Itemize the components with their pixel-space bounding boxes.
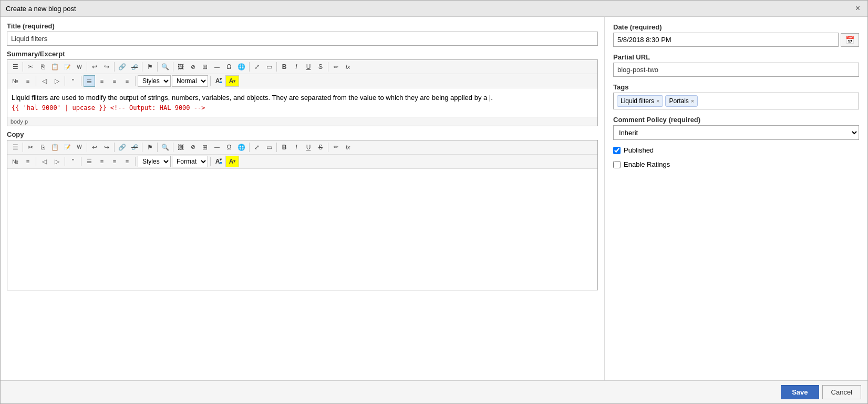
tb-flag[interactable]: ⚑ [144,61,156,73]
c-sep12 [81,157,81,166]
c-tb-increase-indent[interactable]: ▷ [51,156,63,167]
c-tb-align-center[interactable]: ≡ [96,156,108,167]
tb-align-justify[interactable]: ≡ [121,75,133,87]
tb-show-blocks[interactable]: ▭ [263,61,275,73]
c-tb-color[interactable]: ✏ [330,142,342,153]
tb-removeformat[interactable]: Ix [342,61,354,73]
date-input[interactable] [613,33,839,47]
c-tb-strike[interactable]: S [315,142,326,153]
tb-table[interactable]: ⊞ [199,61,211,73]
tb-increase-indent[interactable]: ▷ [51,75,63,87]
tb-smiley[interactable]: Ω [223,61,235,73]
tb-align-left[interactable]: ☰ [84,75,95,87]
tb-align-center[interactable]: ≡ [96,75,108,87]
c-tb-align-right[interactable]: ≡ [109,156,120,167]
tb-hline[interactable]: — [211,61,223,73]
tb-paste-word[interactable]: W [74,61,85,73]
copy-styles-select[interactable]: Styles [138,156,171,167]
sep7 [249,62,250,72]
c-tb-italic[interactable]: I [291,142,302,153]
c-tb-unlink[interactable]: 🔗 [129,142,140,153]
c-tb-image[interactable]: 🖼 [175,142,187,153]
tb-unlink[interactable]: 🔗 [129,61,140,73]
c-tb-bold[interactable]: B [278,142,290,153]
c-tb-find[interactable]: 🔍 [159,142,171,153]
c-tb-paste-word[interactable]: W [74,142,85,153]
tb-paste-text[interactable]: 📝 [61,61,73,73]
c-tb-source[interactable]: ☰ [9,142,21,153]
enable-ratings-checkbox[interactable] [613,161,621,168]
tag-remove-liquid-filters[interactable]: × [656,98,659,104]
tag-remove-portals[interactable]: × [691,98,694,104]
tb-underline[interactable]: U [303,61,314,73]
tb-maximize[interactable]: ⤢ [251,61,263,73]
c-sep9 [328,143,328,152]
published-checkbox[interactable] [613,147,621,154]
c-tb-copy[interactable]: ⎘ [37,142,48,153]
tb-find[interactable]: 🔍 [159,61,171,73]
tb-blockquote[interactable]: " [67,75,79,87]
tb-italic[interactable]: I [291,61,302,73]
tb-undo[interactable]: ↩ [89,61,100,73]
c-tb-decrease-indent[interactable]: ◁ [38,156,50,167]
summary-editor-content[interactable]: Liquid filters are used to modify the ou… [7,88,597,117]
tb-redo[interactable]: ↪ [101,61,112,73]
close-button[interactable]: × [853,4,862,13]
c-tb-link[interactable]: 🔗 [116,142,128,153]
tb-strike[interactable]: S [315,61,326,73]
tb-align-right[interactable]: ≡ [109,75,120,87]
copy-toolbar-row1: ☰ ✂ ⎘ 📋 📝 W ↩ ↪ 🔗 🔗 ⚑ [7,140,597,155]
summary-section: Summary/Excerpt ☰ ✂ ⎘ 📋 📝 W ↩ ↪ [7,50,598,126]
c-tb-align-left[interactable]: ☰ [84,156,95,167]
c-tb-paste-text[interactable]: 📝 [61,142,73,153]
c-tb-underline[interactable]: U [303,142,314,153]
tb-font-color-s[interactable]: A▾ [213,75,224,87]
tb-copy[interactable]: ⎘ [37,61,48,73]
tb-bg-color-s[interactable]: A▾ [225,75,239,87]
c-tb-redo[interactable]: ↪ [101,142,112,153]
tb-link[interactable]: 🔗 [116,61,128,73]
c-tb-numbered-list[interactable]: № [9,156,21,167]
c-tb-align-justify[interactable]: ≡ [121,156,133,167]
tb-decrease-indent[interactable]: ◁ [38,75,50,87]
tb-flash[interactable]: ⊘ [187,61,199,73]
partial-url-input[interactable] [613,63,859,77]
c-tb-bullet-list[interactable]: ≡ [22,156,34,167]
c-tb-blockquote[interactable]: " [67,156,79,167]
tb-bullet-list[interactable]: ≡ [22,75,34,87]
comment-policy-select[interactable]: Inherit Open Closed Moderated [613,125,859,140]
title-input[interactable] [7,32,598,46]
c-sep1 [23,143,23,152]
c-tb-bg-color[interactable]: A▾ [225,156,239,167]
c-tb-flash[interactable]: ⊘ [187,142,199,153]
c-tb-maximize[interactable]: ⤢ [251,142,263,153]
tb-image[interactable]: 🖼 [175,61,187,73]
tb-color[interactable]: ✏ [330,61,342,73]
c-tb-undo[interactable]: ↩ [89,142,100,153]
tb-special-char[interactable]: 🌐 [235,61,247,73]
c-tb-special-char[interactable]: 🌐 [235,142,247,153]
summary-format-select[interactable]: Normal [172,75,208,87]
tb-cut[interactable]: ✂ [25,61,36,73]
tb-paste[interactable]: 📋 [49,61,61,73]
tags-container[interactable]: Liquid filters × Portals × [613,93,859,109]
tb-source[interactable]: ☰ [9,61,21,73]
copy-format-select[interactable]: Format [172,156,208,167]
calendar-button[interactable]: 📅 [841,33,859,47]
c-tb-font-color[interactable]: A▾ [213,156,224,167]
c-tb-flag[interactable]: ⚑ [144,142,156,153]
cancel-button[interactable]: Cancel [822,385,861,399]
sep5 [157,62,158,72]
c-tb-hline[interactable]: — [211,142,223,153]
c-tb-show-blocks[interactable]: ▭ [263,142,275,153]
copy-editor-content[interactable] [7,169,597,290]
c-tb-paste[interactable]: 📋 [49,142,61,153]
c-tb-cut[interactable]: ✂ [25,142,36,153]
tb-bold[interactable]: B [278,61,290,73]
c-tb-table[interactable]: ⊞ [199,142,211,153]
c-tb-removeformat[interactable]: Ix [342,142,354,153]
save-button[interactable]: Save [781,385,819,399]
summary-styles-select[interactable]: Styles [138,75,171,87]
tb-numbered-list[interactable]: № [9,75,21,87]
c-tb-smiley[interactable]: Ω [223,142,235,153]
